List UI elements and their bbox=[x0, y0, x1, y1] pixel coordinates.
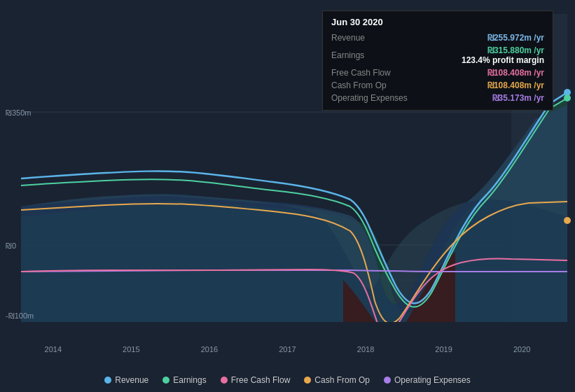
x-label-2018: 2018 bbox=[357, 345, 374, 354]
legend-item-fcf[interactable]: Free Cash Flow bbox=[221, 375, 291, 385]
legend-item-cash-from-op[interactable]: Cash From Op bbox=[304, 375, 370, 385]
svg-point-6 bbox=[564, 94, 571, 102]
tooltip-cash-from-op-row: Cash From Op ₪108.408m /yr bbox=[331, 79, 544, 92]
legend-label-cash-from-op: Cash From Op bbox=[314, 375, 370, 385]
tooltip-date: Jun 30 2020 bbox=[331, 17, 544, 27]
legend-dot-op-expenses bbox=[384, 377, 391, 384]
tooltip-profit-margin: 123.4% profit margin bbox=[462, 55, 544, 65]
chart-legend: Revenue Earnings Free Cash Flow Cash Fro… bbox=[0, 375, 575, 385]
data-tooltip: Jun 30 2020 Revenue ₪255.972m /yr Earnin… bbox=[322, 10, 553, 111]
x-label-2015: 2015 bbox=[123, 345, 139, 354]
x-label-2020: 2020 bbox=[513, 345, 530, 354]
legend-item-revenue[interactable]: Revenue bbox=[104, 375, 148, 385]
tooltip-fcf-label: Free Cash Flow bbox=[331, 68, 391, 78]
y-label-top: ₪350m bbox=[6, 108, 32, 118]
tooltip-revenue-label: Revenue bbox=[331, 33, 365, 43]
tooltip-revenue-row: Revenue ₪255.972m /yr bbox=[331, 31, 544, 44]
legend-label-op-expenses: Operating Expenses bbox=[394, 375, 471, 385]
legend-dot-earnings bbox=[162, 377, 169, 384]
tooltip-earnings-label: Earnings bbox=[331, 50, 364, 60]
legend-dot-revenue bbox=[104, 377, 111, 384]
x-label-2019: 2019 bbox=[435, 345, 452, 354]
tooltip-revenue-value: ₪255.972m /yr bbox=[487, 33, 544, 43]
legend-label-fcf: Free Cash Flow bbox=[231, 375, 291, 385]
y-label-bottom: -₪100m bbox=[6, 312, 34, 321]
legend-item-earnings[interactable]: Earnings bbox=[162, 375, 206, 385]
legend-label-earnings: Earnings bbox=[173, 375, 206, 385]
x-label-2014: 2014 bbox=[45, 345, 62, 354]
legend-item-op-expenses[interactable]: Operating Expenses bbox=[384, 375, 471, 385]
tooltip-op-expenses-row: Operating Expenses ₪35.173m /yr bbox=[331, 92, 544, 104]
tooltip-cash-from-op-value: ₪108.408m /yr bbox=[487, 80, 544, 90]
tooltip-fcf-row: Free Cash Flow ₪108.408m /yr bbox=[331, 66, 544, 79]
x-axis-labels: 2014 2015 2016 2017 2018 2019 2020 bbox=[0, 345, 575, 354]
tooltip-fcf-value: ₪108.408m /yr bbox=[487, 68, 544, 78]
tooltip-earnings-row: Earnings ₪315.880m /yr 123.4% profit mar… bbox=[331, 44, 544, 66]
y-label-middle: ₪0 bbox=[6, 241, 16, 251]
legend-dot-fcf bbox=[221, 377, 228, 384]
x-label-2017: 2017 bbox=[279, 345, 296, 354]
tooltip-cash-from-op-label: Cash From Op bbox=[331, 80, 387, 90]
tooltip-op-expenses-value: ₪35.173m /yr bbox=[492, 93, 544, 103]
tooltip-op-expenses-label: Operating Expenses bbox=[331, 93, 408, 103]
x-label-2016: 2016 bbox=[201, 345, 218, 354]
chart-container: ₪350m ₪0 -₪100m 2014 2015 2016 2017 2018… bbox=[0, 0, 575, 392]
legend-dot-cash-from-op bbox=[304, 377, 311, 384]
legend-label-revenue: Revenue bbox=[115, 375, 148, 385]
svg-point-7 bbox=[564, 217, 571, 224]
tooltip-earnings-value: ₪315.880m /yr bbox=[462, 46, 544, 55]
